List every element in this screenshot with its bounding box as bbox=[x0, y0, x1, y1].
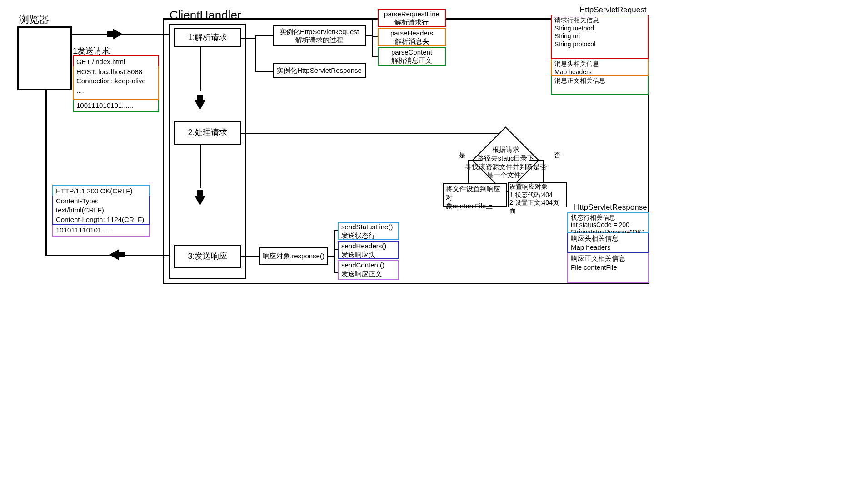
browser-box bbox=[17, 26, 72, 90]
line-step2-right bbox=[241, 133, 505, 134]
response-call-text: 响应对象.response() bbox=[263, 252, 324, 260]
send-request-caption: 1发送请求 bbox=[73, 45, 110, 56]
arrow-down-s1-s2 bbox=[195, 100, 205, 110]
connector-s1-s2-line bbox=[200, 47, 201, 91]
step-2-box: 2:处理请求 bbox=[174, 121, 241, 145]
response-body-text: 101011110101..... bbox=[56, 226, 111, 234]
browser-title: 浏览器 bbox=[19, 13, 49, 26]
res-sec3-l1: 响应正文相关信息 bbox=[571, 254, 645, 263]
send-content-l2: 发送响应正文 bbox=[341, 270, 395, 278]
yes-box-l1: 将文件设置到响应对 bbox=[446, 185, 504, 202]
http-response-title: HttpServletResponse bbox=[574, 203, 647, 212]
branch-send-t3 bbox=[334, 272, 338, 273]
inst-request-box: 实例化HttpServletRequest 解析请求的过程 bbox=[273, 25, 366, 46]
line-yes-v bbox=[468, 160, 469, 183]
request-header-1: HOST: localhost:8088 bbox=[76, 67, 155, 76]
request-body-text: 100111010101...... bbox=[76, 101, 133, 109]
response-h1: Content-Type: text/html(CRLF) bbox=[56, 197, 146, 215]
no-box-l1: 设置响应对象 bbox=[509, 183, 565, 191]
response-status-text: HTTP/1.1 200 OK(CRLF) bbox=[56, 187, 132, 195]
parse-content-l1: parseContent bbox=[391, 48, 432, 56]
branch-send bbox=[328, 256, 334, 257]
send-headers-box: sendHeaders() 发送响应头 bbox=[338, 241, 399, 259]
send-content-box: sendContent() 发送响应正文 bbox=[338, 260, 399, 280]
send-status-l2: 发送状态行 bbox=[341, 232, 395, 240]
http-request-sec1: 请求行相关信息 String method String uri String … bbox=[551, 15, 649, 59]
line-yes-h bbox=[468, 160, 482, 161]
connector-s2-s3-line bbox=[200, 145, 201, 188]
arrow-down-s2-s3 bbox=[195, 196, 205, 206]
parse-requestline-l2: 解析请求行 bbox=[384, 18, 439, 26]
step-1-label: 1:解析请求 bbox=[188, 33, 227, 43]
req-sec1-l4: String protocol bbox=[554, 40, 645, 49]
http-request-sec3: 消息正文相关信息 bbox=[551, 76, 649, 95]
send-status-l1: sendStatusLine() bbox=[341, 223, 395, 232]
send-status-box: sendStatusLine() 发送状态行 bbox=[338, 222, 399, 240]
branch-step1-top bbox=[255, 35, 273, 36]
branch-parse-t2 bbox=[372, 36, 378, 37]
parse-headers-box: parseHeaders 解析消息头 bbox=[378, 28, 446, 46]
branch-parse-v bbox=[372, 18, 373, 57]
no-box-l3: 2:设置正文:404页面 bbox=[509, 199, 565, 215]
response-headers-box: Content-Type: text/html(CRLF) Content-Le… bbox=[52, 196, 150, 225]
inst-request-l2: 解析请求的过程 bbox=[279, 36, 359, 44]
step-3-box: 3:发送响应 bbox=[174, 245, 241, 268]
http-request-sec2: 消息头相关信息 Map headers bbox=[551, 59, 649, 76]
req-sec2-l1: 消息头相关信息 bbox=[554, 60, 645, 68]
arrow-request-icon bbox=[113, 29, 123, 40]
parse-requestline-box: parseRequestLine 解析请求行 bbox=[378, 9, 446, 27]
http-request-title: HttpServletRequest bbox=[579, 5, 646, 15]
req-sec2-l2: Map headers bbox=[554, 68, 645, 76]
decision-yes-label: 是 bbox=[459, 151, 466, 160]
inst-response-text: 实例化HttpServletResponse bbox=[277, 66, 362, 75]
step-3-label: 3:发送响应 bbox=[188, 252, 227, 262]
req-sec1-l1: 请求行相关信息 bbox=[554, 16, 645, 25]
branch-send-v bbox=[334, 230, 335, 273]
branch-step1-v bbox=[255, 35, 256, 72]
decision-yes-box: 将文件设置到响应对 象contentFile上 bbox=[443, 183, 507, 207]
parse-headers-l2: 解析消息头 bbox=[390, 37, 433, 45]
response-h2: Content-Length: 1124(CRLF) bbox=[56, 215, 146, 224]
send-headers-l2: 发送响应头 bbox=[341, 251, 395, 259]
no-box-l2: 1:状态代码:404 bbox=[509, 191, 565, 199]
res-sec1-l2: int statusCode = 200 bbox=[571, 221, 645, 228]
request-header-2: Connection: keep-alive bbox=[76, 76, 155, 86]
clienthandler-title: ClientHandler bbox=[170, 8, 241, 22]
branch-step1-bot bbox=[255, 71, 273, 72]
req-sec1-l3: String uri bbox=[554, 32, 645, 40]
branch-parse-t1 bbox=[372, 18, 378, 19]
http-response-sec3: 响应正文相关信息 File contentFile bbox=[567, 253, 649, 283]
step-1-box: 1:解析请求 bbox=[174, 28, 241, 47]
step-column bbox=[169, 24, 246, 279]
send-content-l1: sendContent() bbox=[341, 261, 395, 270]
request-headers-box: HOST: localhost:8088 Connection: keep-al… bbox=[73, 66, 159, 100]
response-body-box: 101011110101..... bbox=[52, 225, 150, 237]
branch-send-t2 bbox=[334, 249, 338, 250]
response-call-box: 响应对象.response() bbox=[259, 247, 328, 265]
decision-no-label: 否 bbox=[554, 151, 560, 160]
line-response bbox=[45, 255, 169, 256]
res-sec2-l2: Map headers bbox=[571, 243, 645, 252]
res-sec2-l1: 响应头相关信息 bbox=[571, 234, 645, 243]
http-response-sec1: 状态行相关信息 int statusCode = 200 Stringstatu… bbox=[567, 212, 649, 233]
line-response-v bbox=[45, 90, 47, 256]
arrow-response-icon bbox=[109, 249, 119, 260]
send-headers-l1: sendHeaders() bbox=[341, 242, 395, 251]
req-sec3-l1: 消息正文相关信息 bbox=[554, 76, 645, 85]
res-sec3-l2: File contentFile bbox=[571, 263, 645, 272]
res-sec1-l1: 状态行相关信息 bbox=[571, 214, 645, 221]
line-no-h bbox=[529, 160, 543, 161]
branch-step1 bbox=[241, 38, 255, 39]
branch-parse-t3 bbox=[372, 56, 378, 57]
line-step3-right bbox=[241, 256, 259, 257]
parse-requestline-l1: parseRequestLine bbox=[384, 10, 439, 18]
decision-no-box: 设置响应对象 1:状态代码:404 2:设置正文:404页面 bbox=[508, 182, 567, 207]
inst-response-box: 实例化HttpServletResponse bbox=[273, 63, 366, 78]
step-2-label: 2:处理请求 bbox=[188, 128, 227, 138]
parse-headers-l1: parseHeaders bbox=[390, 29, 433, 37]
yes-box-l2: 象contentFile上 bbox=[446, 202, 504, 211]
branch-send-t1 bbox=[334, 230, 338, 231]
inst-request-l1: 实例化HttpServletRequest bbox=[279, 28, 359, 36]
req-sec1-l2: String method bbox=[554, 25, 645, 33]
parse-content-l2: 解析消息正文 bbox=[391, 56, 432, 65]
